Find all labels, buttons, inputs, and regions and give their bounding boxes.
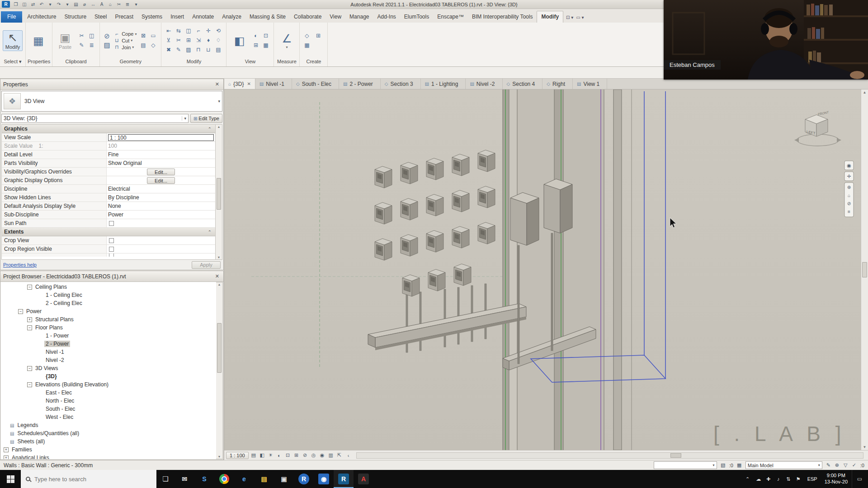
shadows-icon[interactable]: ◐: [275, 451, 283, 459]
tree-item[interactable]: ▤ 1 - Ceiling Elec: [1, 291, 216, 299]
view-tab[interactable]: ◇ Section 3: [381, 79, 421, 89]
measure-button[interactable]: ∠ ▾: [277, 31, 297, 51]
task-view-button[interactable]: ❏: [156, 470, 175, 488]
sheet-icon[interactable]: ▦: [261, 41, 270, 49]
profile-icon[interactable]: ◇: [149, 41, 157, 49]
cut-small-icon[interactable]: ⊔: [204, 46, 212, 54]
property-row[interactable]: Crop Region Visible: [2, 245, 215, 253]
tree-item[interactable]: − ▤ Elevations (Building Elevation): [1, 380, 216, 389]
detail-level-icon[interactable]: ▤: [250, 451, 258, 459]
ribbon-tab[interactable]: File: [1, 11, 22, 23]
default-3d-view-icon[interactable]: ⌂: [106, 1, 114, 8]
tree-expander-icon[interactable]: +: [4, 455, 9, 460]
view-tab[interactable]: ▤ Nivel -1: [255, 79, 292, 89]
hide-isolate-icon[interactable]: ◎: [310, 451, 318, 459]
view-tab[interactable]: ◇ South - Elec: [292, 79, 339, 89]
ribbon-tab[interactable]: Systems: [137, 11, 166, 23]
property-row[interactable]: [2, 253, 215, 257]
property-value[interactable]: Electrical: [108, 186, 130, 192]
project-browser-header[interactable]: Project Browser - Electricidad03 TABLERO…: [0, 271, 223, 282]
close-project-browser-icon[interactable]: ✕: [214, 273, 221, 279]
tree-expander-icon[interactable]: −: [27, 325, 32, 330]
tree-expander-icon[interactable]: −: [18, 309, 23, 314]
language-indicator[interactable]: ESP: [804, 476, 821, 482]
tree-item[interactable]: − ▤ Ceiling Plans: [1, 283, 216, 291]
beam-icon[interactable]: ▭: [149, 32, 157, 40]
tree-item[interactable]: ▤ East - Elec: [1, 389, 216, 397]
wall-opening-icon[interactable]: ▤: [139, 41, 147, 49]
view-tab[interactable]: ▤ 1 - Lighting: [421, 79, 466, 89]
join-button[interactable]: ⊓ Join▾: [113, 44, 137, 50]
selector-dropdown-icon[interactable]: ▾: [218, 99, 220, 103]
viewport-vertical-scrollbar[interactable]: ▲ ▼: [861, 89, 868, 450]
section-box-icon[interactable]: ⊡: [261, 32, 270, 40]
wall-small-icon[interactable]: ▤: [214, 46, 222, 54]
network-icon[interactable]: ⇅: [783, 470, 793, 488]
ribbon-display-toggle-icon[interactable]: ▭ ▾: [576, 15, 584, 23]
tree-item[interactable]: − ▤ 3D Views: [1, 364, 216, 372]
property-checkbox[interactable]: [109, 238, 114, 243]
property-row[interactable]: Graphics: [2, 125, 215, 133]
start-button[interactable]: [0, 470, 21, 488]
mirror-icon[interactable]: ◫: [184, 27, 193, 35]
cut-button[interactable]: ⊔ Cut▾: [113, 38, 137, 43]
split-icon[interactable]: ✂: [174, 36, 183, 44]
tree-item[interactable]: ▤ Schedules/Quantities (all): [1, 429, 216, 437]
move-icon[interactable]: ✛: [204, 27, 212, 35]
app-menu-button[interactable]: R: [2, 1, 10, 8]
text-icon[interactable]: A: [98, 1, 106, 8]
ribbon-tab[interactable]: Massing & Site: [245, 11, 290, 23]
panel-select-label[interactable]: Select ▾: [0, 59, 25, 66]
property-row[interactable]: Visibility/Graphics Overrides Edit...: [2, 168, 215, 176]
property-checkbox[interactable]: [109, 253, 114, 257]
tree-item[interactable]: + ▤ Families: [1, 446, 216, 454]
extend-icon[interactable]: ⌐: [194, 27, 203, 35]
onedrive-icon[interactable]: ☁: [754, 470, 764, 488]
ribbon-tab[interactable]: Enscape™: [433, 11, 468, 23]
tree-expander-icon[interactable]: −: [27, 366, 32, 371]
sync-icon[interactable]: ⇄: [29, 1, 37, 8]
view-tab[interactable]: ▤ Nivel -2: [466, 79, 502, 89]
redo-icon[interactable]: ↷: [55, 1, 63, 8]
security-icon[interactable]: ✚: [764, 470, 774, 488]
editable-only-icon[interactable]: ✎: [825, 462, 832, 469]
reveal-hidden-icon[interactable]: ◉: [318, 451, 326, 459]
properties-toggle-button[interactable]: ▦: [28, 33, 48, 48]
property-value[interactable]: Edit...: [147, 177, 175, 184]
delete-icon[interactable]: ✖: [164, 46, 173, 54]
store-icon[interactable]: ▣: [274, 470, 294, 488]
ribbon-tab[interactable]: Manage: [345, 11, 373, 23]
match-icon[interactable]: ✎: [174, 46, 183, 54]
paste-button[interactable]: ▣ Paste: [55, 30, 75, 51]
active-workset-select[interactable]: Main Model▾: [745, 461, 822, 469]
canvas-3d-view[interactable]: LEFT FRONT ◉ ✛ ⊕ ⌂ ⊘: [224, 89, 861, 450]
demolish-icon[interactable]: ⊠: [139, 32, 147, 40]
audio-icon[interactable]: ♪: [774, 470, 783, 488]
properties-help-link[interactable]: Properties help: [3, 262, 37, 267]
align-icon[interactable]: ⇤: [164, 27, 173, 35]
close-properties-icon[interactable]: ✕: [214, 81, 221, 87]
ribbon-tab[interactable]: Modify: [537, 11, 563, 23]
view-tab[interactable]: ⌂ {3D} ✕: [224, 79, 255, 89]
tree-item[interactable]: + ▤ Analytical Links: [1, 454, 216, 459]
group-icon[interactable]: ⊞: [314, 32, 322, 40]
browser-scrollbar[interactable]: ▲▼: [216, 282, 223, 459]
ribbon-tab[interactable]: Add-Ins: [373, 11, 400, 23]
tree-item[interactable]: ▤ Nivel -2: [1, 356, 216, 364]
offset-icon[interactable]: ⇆: [174, 27, 183, 35]
ribbon-tab[interactable]: Analyze: [218, 11, 245, 23]
type-combo[interactable]: 3D View: {3D} ▾: [1, 114, 189, 123]
lock-view-icon[interactable]: ⊘: [301, 451, 309, 459]
section-icon[interactable]: ✂: [115, 1, 123, 8]
view-tab[interactable]: ▤ View 1: [573, 79, 607, 89]
editing-requests-icon[interactable]: ▦: [736, 462, 743, 469]
viewport-horizontal-scrollbar[interactable]: [356, 452, 863, 459]
property-row[interactable]: View Scale 1 : 100: [2, 133, 215, 142]
render-icon[interactable]: ◐: [251, 32, 260, 40]
selection-box-icon[interactable]: ⊞: [251, 41, 260, 49]
hidden-icons-chevron[interactable]: ⌃: [743, 470, 753, 488]
property-row[interactable]: Extents: [2, 228, 215, 236]
visual-style-icon[interactable]: ◧: [258, 451, 266, 459]
property-value[interactable]: 100: [108, 143, 117, 149]
print-icon[interactable]: ▤: [72, 1, 80, 8]
